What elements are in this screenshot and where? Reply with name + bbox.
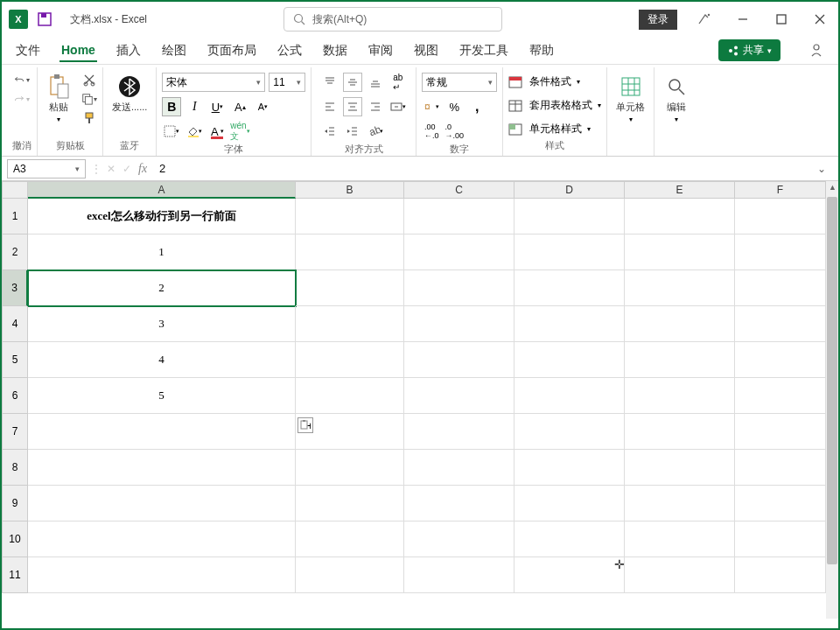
present-icon[interactable]	[808, 42, 826, 60]
cell-C11[interactable]	[404, 557, 514, 593]
cell-C6[interactable]	[404, 378, 514, 414]
cell-B8[interactable]	[296, 450, 404, 486]
cell-F5[interactable]	[735, 342, 826, 378]
maximize-button[interactable]	[770, 8, 793, 31]
cell-B3[interactable]	[296, 270, 404, 306]
enter-formula-button[interactable]: ✓	[122, 163, 131, 175]
cell-C10[interactable]	[404, 522, 514, 557]
spreadsheet-grid[interactable]: ABCDEF 1excel怎么移动行到另一行前面2132435465789101…	[2, 181, 838, 619]
menu-draw[interactable]: 绘图	[160, 39, 188, 62]
table-format-button[interactable]: 套用表格格式▾	[508, 98, 601, 113]
vertical-scrollbar[interactable]: ▲	[826, 181, 838, 619]
paste-options-tag[interactable]: +	[298, 417, 313, 433]
cell-C3[interactable]	[404, 270, 514, 306]
menu-layout[interactable]: 页面布局	[206, 39, 258, 62]
close-button[interactable]	[808, 8, 831, 31]
cell-F6[interactable]	[735, 378, 826, 414]
currency-button[interactable]: ¤▾	[422, 97, 441, 116]
decrease-font-button[interactable]: A▾	[253, 97, 272, 116]
cell-F4[interactable]	[735, 306, 826, 342]
increase-font-button[interactable]: A▴	[230, 97, 249, 116]
scrollbar-thumb[interactable]	[827, 197, 837, 564]
cell-B4[interactable]	[296, 306, 404, 342]
menu-data[interactable]: 数据	[321, 39, 349, 62]
menu-review[interactable]: 审阅	[367, 39, 395, 62]
bold-button[interactable]: B	[162, 97, 181, 116]
cell-F11[interactable]	[735, 557, 826, 593]
row-header-4[interactable]: 4	[2, 306, 28, 342]
italic-button[interactable]: I	[185, 97, 204, 116]
cell-D3[interactable]	[514, 270, 625, 306]
column-header-E[interactable]: E	[625, 181, 735, 199]
orientation-button[interactable]: ab▾	[366, 122, 385, 141]
cell-B11[interactable]	[296, 557, 404, 593]
cell-D9[interactable]	[514, 486, 625, 522]
fx-icon[interactable]: fx	[138, 162, 147, 176]
cell-A8[interactable]	[28, 450, 296, 486]
cell-F3[interactable]	[735, 270, 826, 306]
cell-A1[interactable]: excel怎么移动行到另一行前面	[28, 199, 296, 234]
column-header-A[interactable]: A	[28, 181, 296, 199]
menu-file[interactable]: 文件	[14, 39, 42, 62]
editing-button[interactable]: 编辑 ▾	[661, 73, 692, 125]
cell-F10[interactable]	[735, 522, 826, 557]
cell-D11[interactable]	[514, 557, 625, 593]
decrease-decimal-button[interactable]: .0→.00	[444, 122, 464, 141]
cell-F8[interactable]	[735, 450, 826, 486]
login-button[interactable]: 登录	[639, 10, 677, 30]
cell-E9[interactable]	[625, 486, 735, 522]
cut-button[interactable]	[81, 73, 97, 87]
cell-C1[interactable]	[404, 199, 514, 234]
row-header-2[interactable]: 2	[2, 234, 28, 270]
cell-C9[interactable]	[404, 486, 514, 522]
wrap-text-button[interactable]: ab↵	[388, 73, 408, 92]
cell-B9[interactable]	[296, 486, 404, 522]
cell-E11[interactable]	[625, 557, 735, 593]
share-button[interactable]: 共享 ▾	[718, 39, 780, 61]
select-all-corner[interactable]	[2, 181, 28, 199]
cell-A2[interactable]: 1	[28, 234, 296, 270]
row-header-10[interactable]: 10	[2, 522, 28, 557]
cell-A3[interactable]: 2	[28, 270, 296, 306]
menu-view[interactable]: 视图	[412, 39, 440, 62]
search-box[interactable]: 搜索(Alt+Q)	[284, 7, 502, 32]
row-header-3[interactable]: 3	[2, 270, 28, 306]
cell-C4[interactable]	[404, 306, 514, 342]
cell-B6[interactable]	[296, 378, 404, 414]
redo-button[interactable]: ▾	[14, 92, 30, 106]
cell-E7[interactable]	[625, 414, 735, 450]
minimize-button[interactable]	[732, 8, 754, 31]
cell-F7[interactable]	[735, 414, 826, 450]
comma-button[interactable]: ,	[467, 97, 486, 116]
formula-input[interactable]	[152, 159, 812, 178]
cell-A4[interactable]: 3	[28, 306, 296, 342]
cell-C2[interactable]	[404, 234, 514, 270]
align-top-button[interactable]	[320, 73, 340, 92]
align-right-button[interactable]	[366, 97, 385, 116]
expand-formula-button[interactable]: ⌄	[817, 163, 833, 175]
row-header-9[interactable]: 9	[2, 486, 28, 522]
format-painter-button[interactable]	[81, 111, 97, 125]
cell-B5[interactable]	[296, 342, 404, 378]
underline-button[interactable]: U▾	[207, 97, 227, 116]
cell-F9[interactable]	[735, 486, 826, 522]
cells-button[interactable]: 单元格 ▾	[612, 73, 648, 125]
align-middle-button[interactable]	[343, 73, 362, 92]
cell-D7[interactable]	[514, 414, 625, 450]
merge-cells-button[interactable]: ▾	[388, 97, 408, 116]
decrease-indent-button[interactable]	[320, 122, 340, 141]
cell-D5[interactable]	[514, 342, 625, 378]
align-center-button[interactable]	[343, 97, 362, 116]
row-header-1[interactable]: 1	[2, 199, 28, 234]
conditional-format-button[interactable]: 条件格式▾	[508, 74, 580, 89]
name-box[interactable]: A3▾	[7, 159, 86, 178]
row-header-5[interactable]: 5	[2, 342, 28, 378]
font-size-combo[interactable]: 11▾	[269, 73, 305, 92]
cell-E10[interactable]	[625, 522, 735, 557]
cell-A9[interactable]	[28, 486, 296, 522]
cell-A11[interactable]	[28, 557, 296, 593]
phonetic-button[interactable]: wén文▾	[230, 122, 249, 141]
column-header-D[interactable]: D	[514, 181, 625, 199]
cell-C8[interactable]	[404, 450, 514, 486]
percent-button[interactable]: %	[444, 97, 464, 116]
